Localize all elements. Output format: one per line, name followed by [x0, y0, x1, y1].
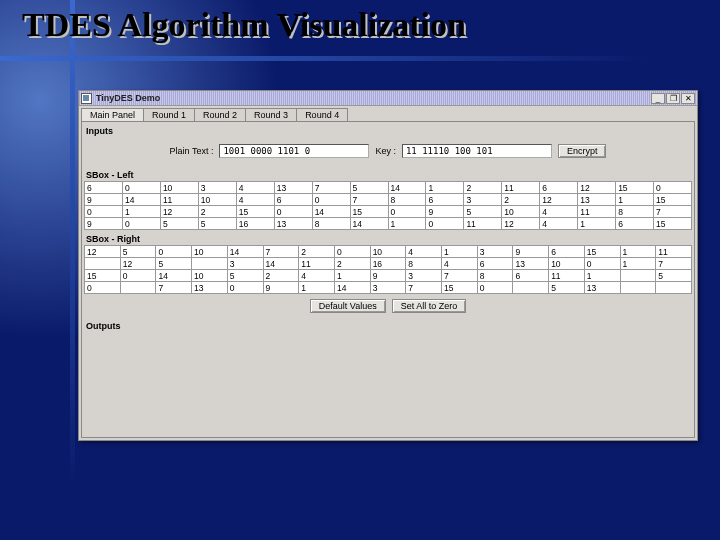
sbox-cell[interactable]	[192, 258, 228, 270]
sbox-cell[interactable]: 12	[578, 182, 616, 194]
sbox-cell[interactable]: 11	[502, 182, 540, 194]
sbox-cell[interactable]: 10	[192, 246, 228, 258]
sbox-cell[interactable]: 1	[578, 218, 616, 230]
sbox-cell[interactable]: 7	[406, 282, 442, 294]
sbox-cell[interactable]: 0	[156, 246, 192, 258]
sbox-cell[interactable]: 15	[236, 206, 274, 218]
sbox-cell[interactable]: 11	[549, 270, 585, 282]
sbox-cell[interactable]: 0	[654, 182, 692, 194]
key-input[interactable]: 11 11110 100 101	[402, 144, 552, 158]
sbox-cell[interactable]: 0	[227, 282, 263, 294]
tab-round-1[interactable]: Round 1	[143, 108, 195, 121]
sbox-cell[interactable]: 6	[549, 246, 585, 258]
sbox-cell[interactable]: 7	[350, 194, 388, 206]
sbox-cell[interactable]: 7	[263, 246, 299, 258]
sbox-cell[interactable]: 13	[274, 182, 312, 194]
default-values-button[interactable]: Default Values	[310, 299, 386, 313]
sbox-cell[interactable]: 9	[426, 206, 464, 218]
sbox-cell[interactable]: 0	[85, 282, 121, 294]
sbox-cell[interactable]: 1	[620, 258, 656, 270]
sbox-cell[interactable]: 12	[540, 194, 578, 206]
sbox-cell[interactable]: 0	[312, 194, 350, 206]
sbox-cell[interactable]: 13	[192, 282, 228, 294]
sbox-cell[interactable]: 2	[263, 270, 299, 282]
sbox-cell[interactable]: 5	[350, 182, 388, 194]
sbox-cell[interactable]: 11	[656, 246, 692, 258]
sbox-cell[interactable]: 0	[584, 258, 620, 270]
tab-round-4[interactable]: Round 4	[296, 108, 348, 121]
sbox-cell[interactable]: 2	[334, 258, 370, 270]
sbox-cell[interactable]: 5	[156, 258, 192, 270]
sbox-cell[interactable]: 10	[192, 270, 228, 282]
sbox-cell[interactable]: 10	[502, 206, 540, 218]
sbox-cell[interactable]: 11	[160, 194, 198, 206]
sbox-cell[interactable]: 15	[654, 218, 692, 230]
sbox-cell[interactable]: 8	[477, 270, 513, 282]
sbox-cell[interactable]: 15	[584, 246, 620, 258]
sbox-cell[interactable]: 12	[120, 258, 156, 270]
sbox-cell[interactable]: 13	[513, 258, 549, 270]
sbox-cell[interactable]	[85, 258, 121, 270]
sbox-cell[interactable]: 5	[464, 206, 502, 218]
sbox-cell[interactable]: 9	[513, 246, 549, 258]
sbox-cell[interactable]: 14	[334, 282, 370, 294]
encrypt-button[interactable]: Encrypt	[558, 144, 607, 158]
sbox-cell[interactable]: 1	[616, 194, 654, 206]
sbox-cell[interactable]: 10	[198, 194, 236, 206]
sbox-cell[interactable]: 4	[236, 194, 274, 206]
sbox-cell[interactable]: 6	[616, 218, 654, 230]
sbox-cell[interactable]: 16	[370, 258, 406, 270]
sbox-cell[interactable]: 0	[334, 246, 370, 258]
sbox-cell[interactable]: 6	[540, 182, 578, 194]
tab-main-panel[interactable]: Main Panel	[81, 108, 144, 121]
sbox-cell[interactable]: 8	[312, 218, 350, 230]
sbox-cell[interactable]: 12	[85, 246, 121, 258]
sbox-cell[interactable]: 9	[370, 270, 406, 282]
sbox-cell[interactable]: 3	[477, 246, 513, 258]
sbox-cell[interactable]: 3	[198, 182, 236, 194]
sbox-cell[interactable]: 13	[274, 218, 312, 230]
sbox-cell[interactable]: 7	[654, 206, 692, 218]
sbox-cell[interactable]: 8	[388, 194, 426, 206]
sbox-cell[interactable]: 11	[299, 258, 335, 270]
sbox-cell[interactable]: 1	[426, 182, 464, 194]
sbox-cell[interactable]: 10	[370, 246, 406, 258]
sbox-cell[interactable]	[620, 270, 656, 282]
sbox-cell[interactable]: 7	[312, 182, 350, 194]
sbox-cell[interactable]: 11	[578, 206, 616, 218]
sbox-cell[interactable]: 13	[584, 282, 620, 294]
maximize-button[interactable]: ❐	[666, 93, 680, 104]
sbox-cell[interactable]: 4	[299, 270, 335, 282]
sbox-cell[interactable]: 11	[464, 218, 502, 230]
sbox-cell[interactable]: 5	[120, 246, 156, 258]
sbox-cell[interactable]: 6	[513, 270, 549, 282]
sbox-cell[interactable]: 14	[350, 218, 388, 230]
set-all-zero-button[interactable]: Set All to Zero	[392, 299, 467, 313]
sbox-cell[interactable]: 2	[198, 206, 236, 218]
sbox-cell[interactable]: 1	[442, 246, 478, 258]
sbox-cell[interactable]: 13	[578, 194, 616, 206]
sbox-cell[interactable]: 10	[160, 182, 198, 194]
sbox-cell[interactable]: 3	[406, 270, 442, 282]
tab-round-2[interactable]: Round 2	[194, 108, 246, 121]
sbox-cell[interactable]: 7	[156, 282, 192, 294]
sbox-cell[interactable]: 4	[540, 218, 578, 230]
plaintext-input[interactable]: 1001 0000 1101 0	[219, 144, 369, 158]
sbox-cell[interactable]: 0	[426, 218, 464, 230]
sbox-cell[interactable]: 5	[160, 218, 198, 230]
sbox-cell[interactable]: 4	[540, 206, 578, 218]
sbox-cell[interactable]: 3	[464, 194, 502, 206]
sbox-cell[interactable]: 15	[616, 182, 654, 194]
sbox-cell[interactable]: 1	[299, 282, 335, 294]
sbox-cell[interactable]: 0	[274, 206, 312, 218]
sbox-cell[interactable]: 14	[263, 258, 299, 270]
sbox-cell[interactable]: 6	[274, 194, 312, 206]
sbox-cell[interactable]: 9	[263, 282, 299, 294]
sbox-cell[interactable]: 15	[350, 206, 388, 218]
sbox-cell[interactable]: 7	[442, 270, 478, 282]
sbox-cell[interactable]: 6	[426, 194, 464, 206]
sbox-cell[interactable]	[620, 282, 656, 294]
sbox-cell[interactable]: 15	[442, 282, 478, 294]
sbox-cell[interactable]: 15	[85, 270, 121, 282]
sbox-cell[interactable]: 6	[477, 258, 513, 270]
